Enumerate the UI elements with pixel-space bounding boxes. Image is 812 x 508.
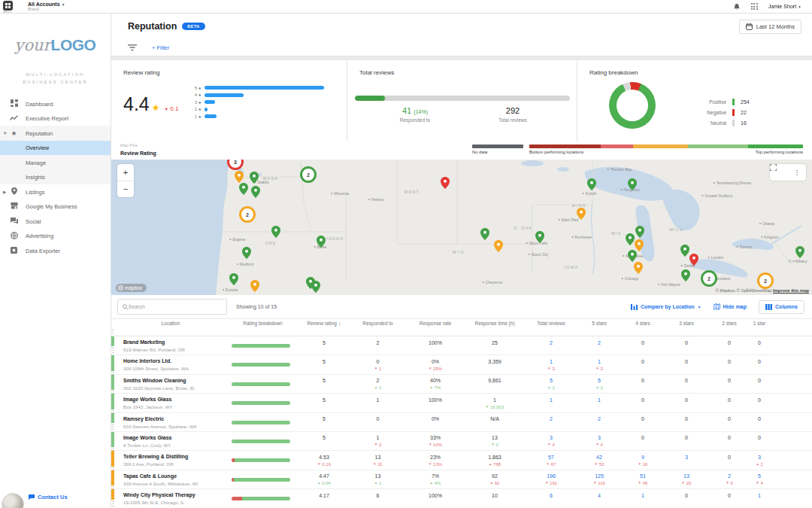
table-row[interactable]: Brand Marketing519 Walmer Rd, Portland, … — [111, 336, 812, 355]
cell-value-link[interactable]: 1 — [525, 397, 577, 403]
sidebar-item-overview[interactable]: Overview — [0, 141, 111, 156]
column-header-responded-to[interactable]: Responded to — [350, 321, 406, 326]
contact-us-link[interactable]: Contact Us — [29, 494, 68, 500]
map-cluster-pin[interactable]: 2 — [701, 270, 717, 287]
fullscreen-button[interactable] — [770, 164, 788, 181]
sidebar-item-listings[interactable]: ▶ Listings — [0, 184, 111, 199]
table-row[interactable]: Tapas Cafe & Lounge339 Avenue A South, M… — [111, 470, 812, 489]
apps-grid-icon[interactable] — [751, 3, 758, 10]
map-cluster-pin[interactable]: 3 — [227, 160, 244, 170]
map-pin[interactable] — [628, 178, 637, 190]
map-pin[interactable] — [239, 183, 248, 195]
compare-by-location-button[interactable]: Compare by Location ▼ — [631, 304, 701, 310]
cell-value-link[interactable]: 1 — [577, 397, 621, 403]
cell-value-link[interactable]: 2 — [525, 416, 577, 421]
map-pin[interactable] — [250, 280, 259, 292]
cell-value-link[interactable]: 5 — [750, 473, 768, 479]
cell-value-link[interactable]: 2 — [577, 416, 621, 421]
column-header-4-stars[interactable]: 4 stars — [621, 321, 665, 326]
map-pin[interactable] — [229, 273, 238, 285]
sidebar-item-social[interactable]: Social — [0, 214, 111, 229]
map-pin[interactable] — [250, 172, 259, 184]
cell-value-link[interactable]: 196 — [525, 473, 577, 479]
cell-value-link[interactable]: 2 — [525, 340, 577, 345]
map-pin[interactable] — [587, 178, 596, 190]
cell-value-link[interactable]: 42 — [577, 455, 621, 460]
sidebar-item-executive-report[interactable]: Executive Report — [0, 111, 111, 126]
avatar[interactable] — [2, 493, 24, 508]
map-pin[interactable] — [494, 240, 503, 252]
column-header-1-star[interactable]: 1 star — [750, 321, 768, 326]
column-header-response-time-h[interactable]: Response time (h) — [465, 321, 525, 326]
table-row[interactable]: Image Works Glass8 Timber Ln, Cody, WY51… — [111, 432, 812, 451]
sidebar-item-insights[interactable]: Insights — [0, 170, 111, 185]
cell-value-link[interactable]: 3 — [525, 435, 577, 440]
table-row[interactable]: Ramsey Electric810 Steeves Avenue, Spoka… — [111, 413, 812, 432]
cell-value-link[interactable]: 6 — [525, 493, 577, 498]
map-pin[interactable] — [680, 245, 689, 257]
table-row[interactable]: Image Works GlassBox 1943, Jackson, WY51… — [111, 394, 812, 412]
sidebar-item-dashboard[interactable]: Dashboard — [0, 96, 111, 111]
mapbox-logo[interactable]: mmapbox — [116, 284, 147, 292]
map-pin[interactable] — [317, 236, 326, 248]
zoom-in-button[interactable]: + — [117, 164, 134, 181]
sidebar-item-google-my-business[interactable]: Google My Business — [0, 199, 111, 214]
map-pin[interactable] — [626, 233, 635, 245]
cell-value-link[interactable]: 3 — [665, 455, 708, 460]
sidebar-item-manage[interactable]: Manage — [0, 155, 111, 170]
map-pin[interactable] — [242, 247, 251, 259]
cell-value-link[interactable]: 9 — [621, 455, 665, 460]
cell-value-link[interactable]: 125 — [577, 473, 621, 479]
row-menu-button[interactable]: ⋮ — [111, 500, 114, 508]
column-header-review-rating[interactable]: Review rating↓ — [298, 321, 350, 326]
map-menu-button[interactable]: ⋮ — [788, 164, 806, 181]
filter-funnel-icon[interactable] — [128, 44, 137, 51]
columns-button[interactable]: Columns — [759, 300, 804, 314]
cell-value-link[interactable]: 57 — [525, 455, 577, 460]
map-pin[interactable] — [311, 281, 320, 293]
map-pin[interactable] — [628, 250, 637, 262]
map-cluster-pin[interactable]: 2 — [239, 206, 256, 223]
map-cluster-pin[interactable]: 2 — [300, 166, 317, 183]
row-menu-button[interactable]: ⋮ — [111, 423, 114, 431]
cell-value-link[interactable]: 1 — [577, 359, 621, 364]
map-pin[interactable] — [480, 228, 489, 240]
add-filter-button[interactable]: + Filter — [152, 44, 169, 51]
map-cluster-pin[interactable]: 2 — [757, 272, 774, 289]
cell-value-link[interactable]: 4 — [577, 493, 621, 498]
cell-value-link[interactable]: 13 — [665, 473, 708, 479]
search-input[interactable] — [129, 304, 222, 309]
map-pin[interactable] — [535, 231, 544, 243]
column-header-location[interactable]: Location — [114, 321, 227, 326]
menu-button[interactable]: Menu — [0, 0, 14, 14]
column-header-response-rate[interactable]: Response rate — [406, 321, 465, 326]
map-pin[interactable] — [689, 254, 698, 266]
sidebar-item-reputation[interactable]: ▼ ★ Reputation — [0, 126, 111, 141]
notifications-bell-icon[interactable] — [733, 3, 741, 11]
cell-value-link[interactable]: 1 — [750, 493, 768, 498]
search-box[interactable] — [117, 299, 227, 315]
column-header-2-stars[interactable]: 2 stars — [708, 321, 750, 326]
sidebar-item-data-exporter[interactable]: Data Exporter — [0, 243, 111, 258]
map-pin[interactable] — [441, 177, 450, 189]
column-header-rating-breakdown[interactable]: Rating breakdown — [227, 321, 298, 326]
row-menu-button[interactable]: ⋮ — [111, 346, 114, 354]
map-pin[interactable] — [271, 226, 280, 238]
cell-value-link[interactable]: 51 — [621, 473, 665, 479]
map-pin[interactable] — [251, 186, 260, 198]
account-selector[interactable]: All Accounts ▼ Brand — [28, 2, 65, 12]
cell-value-link[interactable]: 1 — [525, 359, 577, 364]
table-row[interactable]: Windy City Physical Therapy19-2205 9th S… — [111, 489, 812, 508]
cell-value-link[interactable]: 1 — [621, 493, 665, 498]
cell-value-link[interactable]: 5 — [525, 378, 577, 383]
zoom-out-button[interactable]: − — [117, 181, 134, 198]
cell-value-link[interactable]: 2 — [708, 473, 750, 479]
cell-value-link[interactable]: 2 — [577, 340, 621, 345]
table-row[interactable]: Smiths Window Cleaning302-3220 Skyview L… — [111, 375, 812, 394]
table-row[interactable]: Teller Brewing & Distilling399 2 Ave, Po… — [111, 451, 812, 470]
map-pin[interactable] — [235, 171, 244, 183]
column-header-3-stars[interactable]: 3 stars — [665, 321, 708, 326]
cell-value-link[interactable]: 5 — [577, 378, 621, 383]
column-header-5-stars[interactable]: 5 stars — [577, 321, 621, 326]
user-menu[interactable]: Jamie Short ▼ — [768, 4, 801, 9]
